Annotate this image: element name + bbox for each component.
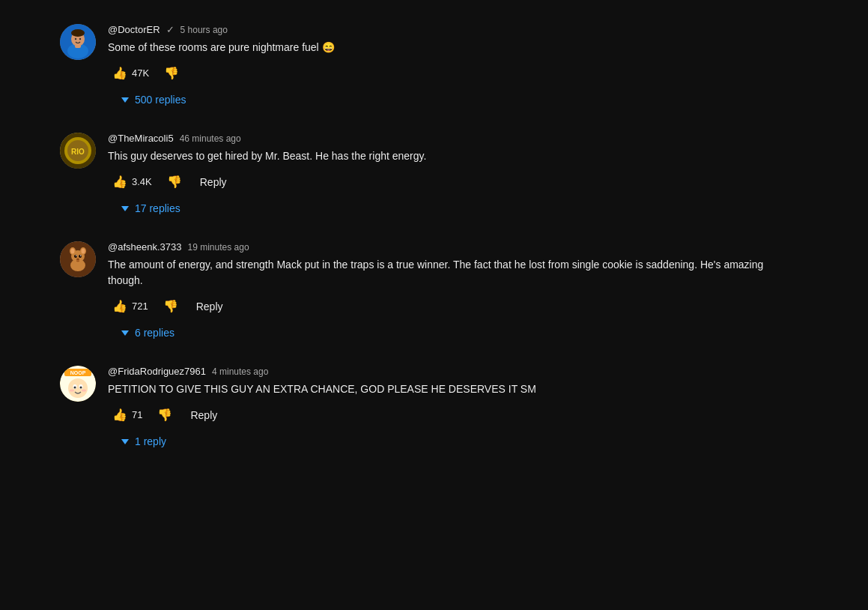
comment-text-2: This guy deserves to get hired by Mr. Be… [108, 148, 779, 164]
svg-point-29 [74, 387, 76, 389]
replies-toggle-2[interactable]: 17 replies [114, 198, 188, 219]
chevron-icon-2 [121, 206, 129, 211]
svg-point-6 [79, 38, 81, 40]
like-button-1[interactable]: 👍 47K [108, 63, 154, 83]
verified-icon-1: ✓ [166, 24, 174, 35]
comment-body-3: @afsheenk.3733 19 minutes ago The amount… [108, 241, 779, 343]
chevron-icon-1 [121, 97, 129, 103]
avatar-frida: NOOP [60, 366, 96, 402]
replies-count-4: 1 reply [135, 435, 166, 447]
replies-toggle-3[interactable]: 6 replies [114, 322, 182, 343]
comment-actions-2: 👍 3.4K 👎 Reply [108, 172, 779, 192]
avatar-afsheenk [60, 241, 96, 277]
comment-thread-1: @DoctorER ✓ 5 hours ago Some of these ro… [60, 15, 779, 116]
svg-point-30 [80, 387, 82, 389]
replies-count-2: 17 replies [135, 202, 180, 214]
dislike-button-3[interactable]: 👎 [159, 296, 183, 316]
svg-point-16 [71, 249, 75, 254]
chevron-icon-4 [121, 439, 129, 444]
svg-point-17 [82, 249, 85, 254]
like-button-2[interactable]: 👍 3.4K [108, 172, 157, 192]
comment-actions-3: 👍 721 👎 Reply [108, 296, 779, 316]
svg-point-21 [80, 256, 81, 256]
svg-point-26 [68, 378, 88, 398]
comments-section: @DoctorER ✓ 5 hours ago Some of these ro… [0, 0, 824, 480]
svg-point-32 [82, 390, 86, 392]
timestamp-3: 19 minutes ago [188, 242, 249, 253]
svg-point-22 [76, 259, 79, 261]
comment-text-1: Some of these rooms are pure nightmare f… [108, 40, 779, 55]
svg-point-5 [75, 38, 76, 40]
comment-text-3: The amount of energy, and strength Mack … [108, 257, 779, 289]
comment-3: @afsheenk.3733 19 minutes ago The amount… [60, 232, 779, 349]
thumb-up-icon-1: 👍 [112, 66, 127, 80]
replies-toggle-4[interactable]: 1 reply [114, 431, 174, 452]
replies-count-3: 6 replies [135, 327, 174, 339]
comment-1: @DoctorER ✓ 5 hours ago Some of these ro… [60, 15, 779, 116]
svg-point-19 [79, 255, 82, 258]
thumb-up-icon-4: 👍 [112, 408, 127, 422]
comment-body-2: @TheMiracoli5 46 minutes ago This guy de… [108, 133, 779, 219]
like-button-4[interactable]: 👍 71 [108, 405, 147, 425]
username-2: @TheMiracoli5 [108, 133, 174, 144]
comment-header-4: @FridaRodriguez7961 4 minutes ago [108, 366, 779, 377]
thumb-down-icon-2: 👎 [167, 175, 182, 189]
svg-point-4 [71, 29, 85, 37]
svg-text:NOOP: NOOP [70, 370, 86, 375]
comment-thread-4: NOOP [60, 357, 779, 458]
thumb-up-icon-2: 👍 [112, 175, 127, 189]
svg-point-18 [74, 255, 77, 258]
svg-text:RIO: RIO [71, 148, 85, 156]
replies-toggle-1[interactable]: 500 replies [114, 89, 194, 110]
comment-thread-2: RIO @TheMiracoli5 46 minutes ago This gu… [60, 124, 779, 225]
svg-point-20 [76, 256, 76, 256]
thumb-down-icon-3: 👎 [163, 299, 178, 313]
like-count-2: 3.4K [132, 176, 152, 187]
comment-body-1: @DoctorER ✓ 5 hours ago Some of these ro… [108, 24, 779, 110]
timestamp-1: 5 hours ago [180, 25, 228, 35]
replies-count-1: 500 replies [135, 94, 186, 106]
like-count-1: 47K [132, 67, 149, 79]
chevron-icon-3 [121, 330, 129, 336]
comment-header-3: @afsheenk.3733 19 minutes ago [108, 241, 779, 253]
username-4: @FridaRodriguez7961 [108, 366, 206, 377]
avatar-miracoli: RIO [60, 133, 96, 169]
comment-text-4: PETITION TO GIVE THIS GUY AN EXTRA CHANC… [108, 381, 779, 397]
avatar-doctoer [60, 24, 96, 60]
dislike-button-1[interactable]: 👎 [160, 63, 183, 83]
svg-point-31 [70, 390, 74, 392]
comment-thread-3: @afsheenk.3733 19 minutes ago The amount… [60, 232, 779, 349]
thumb-down-icon-4: 👎 [157, 408, 172, 422]
username-3: @afsheenk.3733 [108, 241, 182, 253]
timestamp-4: 4 minutes ago [212, 366, 268, 377]
reply-button-2[interactable]: Reply [192, 173, 234, 191]
dislike-button-4[interactable]: 👎 [153, 405, 177, 425]
like-count-4: 71 [132, 409, 142, 420]
comment-actions-1: 👍 47K 👎 [108, 63, 779, 83]
reply-button-4[interactable]: Reply [183, 406, 225, 424]
like-button-3[interactable]: 👍 721 [108, 296, 153, 316]
comment-actions-4: 👍 71 👎 Reply [108, 405, 779, 425]
comment-4: NOOP [60, 357, 779, 458]
dislike-button-2[interactable]: 👎 [163, 172, 186, 192]
comment-2: RIO @TheMiracoli5 46 minutes ago This gu… [60, 124, 779, 225]
thumb-up-icon-3: 👍 [112, 299, 127, 313]
timestamp-2: 46 minutes ago [180, 133, 241, 144]
username-1: @DoctorER [108, 24, 160, 35]
thumb-down-icon-1: 👎 [164, 66, 179, 80]
comment-body-4: @FridaRodriguez7961 4 minutes ago PETITI… [108, 366, 779, 452]
comment-header-1: @DoctorER ✓ 5 hours ago [108, 24, 779, 35]
comment-header-2: @TheMiracoli5 46 minutes ago [108, 133, 779, 144]
like-count-3: 721 [132, 301, 148, 312]
reply-button-3[interactable]: Reply [189, 298, 231, 315]
